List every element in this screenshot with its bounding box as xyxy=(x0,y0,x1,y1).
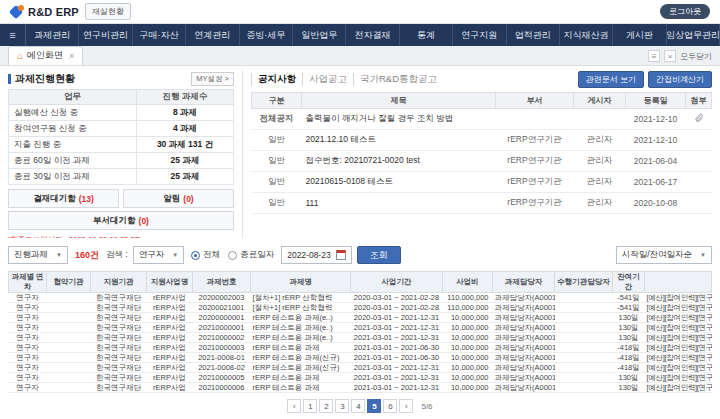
project-quick-links[interactable]: [예산][참여인력][연구기자재] xyxy=(645,343,712,353)
page-button[interactable]: 4 xyxy=(351,399,365,413)
nav-item[interactable]: 증빙·세무 xyxy=(240,24,293,46)
tab-list-icon[interactable]: ≡ xyxy=(648,50,660,62)
attendance-button[interactable]: 재실현황 xyxy=(85,3,131,20)
nav-item[interactable]: 게시판 xyxy=(613,24,666,46)
radio-option[interactable]: 전체 xyxy=(191,249,220,261)
project-remaining-days[interactable]: 130일 xyxy=(613,313,645,323)
radio-icon[interactable] xyxy=(228,251,237,260)
progress-task-count[interactable]: 25 과제 xyxy=(137,169,234,185)
project-quick-links[interactable]: [예산][참여인력][연구기자재] xyxy=(645,383,712,393)
page-button[interactable]: 5 xyxy=(367,399,381,413)
notice-title-link[interactable]: 출력물이 깨지거나 잘릴 경우 조치 방법 xyxy=(302,109,496,130)
page-button[interactable]: 3 xyxy=(335,399,349,413)
project-name-link[interactable]: rERP 테스트용 과제(신규) xyxy=(251,353,351,363)
notice-title-link[interactable]: 접수번호: 20210721-0020 test xyxy=(302,151,496,172)
nav-item[interactable]: 임상업무관리 xyxy=(667,24,720,46)
search-button[interactable]: 조회 xyxy=(357,246,401,264)
notice-tab[interactable]: 사업공고 xyxy=(302,73,353,86)
nav-item[interactable]: 일반업무 xyxy=(293,24,346,46)
progress-task-count[interactable]: 8 과제 xyxy=(137,105,234,121)
prev-page-button[interactable]: ‹ xyxy=(287,399,301,413)
project-number-link[interactable]: 20210000006 xyxy=(193,383,251,393)
nav-item[interactable]: 연계관리 xyxy=(186,24,239,46)
project-name-link[interactable]: [절차+1] rERP 산학협력 xyxy=(251,293,351,303)
project-quick-links[interactable]: [예산][참여인력][연구기자재] xyxy=(645,333,712,343)
project-name-link[interactable]: [절차+1] rERP 산학협력 xyxy=(251,303,351,313)
nav-item[interactable]: 연구지원 xyxy=(453,24,506,46)
project-remaining-days[interactable]: -418일 xyxy=(613,353,645,363)
search-field-select[interactable]: 연구자▼ xyxy=(133,246,184,264)
nav-item[interactable]: 구매·자산 xyxy=(133,24,186,46)
page-button[interactable]: 6 xyxy=(383,399,397,413)
project-remaining-days[interactable]: -418일 xyxy=(613,343,645,353)
project-name-link[interactable]: rERP 테스트용 과제(e..) xyxy=(251,323,351,333)
nav-item[interactable]: 업적관리 xyxy=(507,24,560,46)
nav-item[interactable]: 과제관리 xyxy=(26,24,79,46)
project-quick-links[interactable]: [예산][참여인력][연구기자재] xyxy=(645,293,712,303)
related-docs-button[interactable]: 관련문서 보기 xyxy=(578,71,644,88)
next-page-button[interactable]: › xyxy=(399,399,413,413)
project-remaining-days[interactable]: 130일 xyxy=(613,383,645,393)
attachment-icon[interactable] xyxy=(694,115,704,125)
sort-order-select[interactable]: 시작일/잔여일자순▼ xyxy=(616,246,712,264)
overhead-calculator-button[interactable]: 간접비계산기 xyxy=(648,71,712,88)
radio-icon[interactable] xyxy=(191,251,200,260)
notice-title-link[interactable]: 20210615-0108 테스트 xyxy=(302,172,496,193)
notice-title-link[interactable]: 2021.12.10 테스트 xyxy=(302,130,496,151)
nav-item[interactable]: 연구비관리 xyxy=(79,24,132,46)
tab-close-icon[interactable]: × xyxy=(69,51,74,61)
project-quick-links[interactable]: [예산][참여인력][연구기자재] xyxy=(645,323,712,333)
tab-main-screen[interactable]: ⌂ 메인화면 × xyxy=(8,46,83,65)
project-number-link[interactable]: 20210000002 xyxy=(193,333,251,343)
project-number-link[interactable]: 2021-0008-01 xyxy=(193,353,251,363)
date-input[interactable]: 2022-08-23 xyxy=(281,246,351,264)
progress-task-count[interactable]: 4 과제 xyxy=(137,121,234,137)
my-setting-button[interactable]: MY설정 > xyxy=(191,72,234,86)
nav-item[interactable]: 통계 xyxy=(400,24,453,46)
nav-item[interactable]: 지식재산권 xyxy=(560,24,613,46)
progress-row[interactable]: 지출 진행 중 30 과제 131 건 xyxy=(9,137,234,153)
logout-button[interactable]: 로그아웃 xyxy=(660,4,710,19)
calendar-icon[interactable] xyxy=(336,250,346,260)
progress-task-count[interactable]: 25 과제 xyxy=(137,153,234,169)
close-all-label[interactable]: 모두닫기 xyxy=(680,51,712,62)
approval-waiting-box[interactable]: 결재대기함 (13) xyxy=(8,189,119,208)
project-remaining-days[interactable]: -541일 xyxy=(613,293,645,303)
project-number-link[interactable]: 20210000003 xyxy=(193,343,251,353)
project-name-link[interactable]: rERP 테스트용 과제(신규) xyxy=(251,363,351,373)
project-quick-links[interactable]: [예산][참여인력][연구기자재] xyxy=(645,353,712,363)
project-number-link[interactable]: 20210000005 xyxy=(193,373,251,383)
progress-row[interactable]: 참여연구원 신청 중 4 과제 xyxy=(9,121,234,137)
close-all-icon[interactable]: × xyxy=(664,50,676,62)
progress-row[interactable]: 실행예산 신청 중 8 과제 xyxy=(9,105,234,121)
project-quick-links[interactable]: [예산][참여인력][연구기자재] xyxy=(645,303,712,313)
project-name-link[interactable]: rERP 테스트용 과제(e..) xyxy=(251,313,351,323)
project-number-link[interactable]: 20200002003 xyxy=(193,293,251,303)
radio-option[interactable]: 종료일자 xyxy=(228,249,274,261)
notice-tab[interactable]: 공지사항 xyxy=(251,73,302,86)
project-number-link[interactable]: 20210000001 xyxy=(193,323,251,333)
project-number-link[interactable]: 20200021001 xyxy=(193,303,251,313)
project-remaining-days[interactable]: 130일 xyxy=(613,323,645,333)
progress-task-count[interactable]: 30 과제 131 건 xyxy=(137,137,234,153)
project-name-link[interactable]: rERP 테스트용 과제 xyxy=(251,383,351,393)
project-remaining-days[interactable]: 130일 xyxy=(613,373,645,383)
project-remaining-days[interactable]: 130일 xyxy=(613,333,645,343)
notice-title-link[interactable]: 111 xyxy=(302,193,496,214)
project-number-link[interactable]: 2021-0008-02 xyxy=(193,363,251,373)
project-name-link[interactable]: rERP 테스트용 과제(e..) xyxy=(251,333,351,343)
nav-item[interactable]: 전자결재 xyxy=(346,24,399,46)
page-button[interactable]: 1 xyxy=(303,399,317,413)
project-remaining-days[interactable]: -541일 xyxy=(613,303,645,313)
progress-row[interactable]: 종료 60일 이전 과제 25 과제 xyxy=(9,153,234,169)
alarm-box[interactable]: 알림 (0) xyxy=(123,189,234,208)
notice-tab[interactable]: 국가R&D통합공고 xyxy=(353,73,443,86)
page-button[interactable]: 2 xyxy=(319,399,333,413)
project-quick-links[interactable]: [예산][참여인력][연구기자재] xyxy=(645,373,712,383)
project-name-link[interactable]: rERP 테스트용 과제 xyxy=(251,343,351,353)
project-number-link[interactable]: 20200000001 xyxy=(193,313,251,323)
project-quick-links[interactable]: [예산][참여인력][연구기자재] xyxy=(645,313,712,323)
project-quick-links[interactable]: [예산][참여인력][연구기자재] xyxy=(645,363,712,373)
project-name-link[interactable]: rERP 테스트용 과제 xyxy=(251,373,351,383)
dept-waiting-box[interactable]: 부서대기함 (0) xyxy=(8,211,234,230)
